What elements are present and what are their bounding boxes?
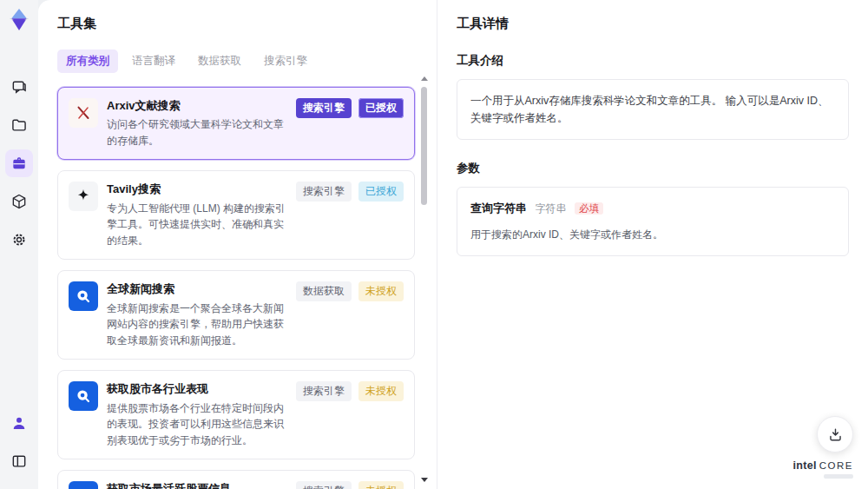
detail-title: 工具详情 bbox=[457, 16, 849, 32]
tool-category-tag: 数据获取 bbox=[296, 281, 352, 301]
tool-auth-badge: 未授权 bbox=[358, 481, 404, 489]
tool-card[interactable]: Tavily搜索 专为人工智能代理 (LLM) 构建的搜索引擎工具。可快速提供实… bbox=[57, 170, 415, 260]
scrollbar-thumb[interactable] bbox=[421, 87, 427, 205]
download-button[interactable] bbox=[817, 416, 853, 453]
tab-3[interactable]: 数据获取 bbox=[189, 50, 250, 73]
intel-logo-word: intel bbox=[793, 459, 817, 472]
sidebar-item-files[interactable] bbox=[5, 111, 33, 139]
tool-description: 访问各个研究领域大量科学论文和文章的存储库。 bbox=[107, 116, 287, 149]
param-required-badge: 必填 bbox=[575, 202, 603, 215]
tool-card-list: Arxiv文献搜索 访问各个研究领域大量科学论文和文章的存储库。 搜索引擎 已授… bbox=[57, 87, 415, 489]
tool-category-tag: 搜索引擎 bbox=[296, 381, 352, 401]
tool-name: 获取股市各行业表现 bbox=[107, 381, 287, 397]
tool-category-tag: 搜索引擎 bbox=[296, 182, 352, 202]
left-rail bbox=[0, 0, 38, 489]
scroll-down-arrow-icon[interactable] bbox=[421, 478, 428, 482]
cube-icon bbox=[10, 193, 28, 210]
param-name: 查询字符串 bbox=[470, 202, 527, 215]
intro-heading: 工具介绍 bbox=[457, 53, 849, 69]
tool-card[interactable]: 获取市场最活跃股票信息 提供当天交易量最高的股票列表。投资者可以利用这些信息来识… bbox=[57, 470, 415, 489]
tool-auth-badge: 已授权 bbox=[358, 98, 404, 118]
scroll-up-arrow-icon[interactable] bbox=[421, 76, 428, 81]
scrollbar[interactable] bbox=[420, 76, 428, 482]
intro-text: 一个用于从Arxiv存储库搜索科学论文和文章的工具。 输入可以是Arxiv ID… bbox=[470, 95, 829, 124]
tool-icon bbox=[69, 98, 98, 128]
folder-icon bbox=[10, 116, 28, 134]
sidebar-item-collapse[interactable] bbox=[5, 447, 33, 475]
sidebar-item-chat[interactable] bbox=[5, 73, 33, 101]
tab-2[interactable]: 语言翻译 bbox=[123, 50, 184, 73]
toolbox-icon bbox=[10, 155, 28, 172]
tool-auth-badge: 未授权 bbox=[358, 281, 404, 301]
params-heading: 参数 bbox=[457, 161, 849, 176]
gem-logo-icon[interactable] bbox=[6, 7, 32, 33]
tool-auth-badge: 未授权 bbox=[358, 381, 404, 401]
category-tabs: 所有类别语言翻译数据获取搜索引擎 bbox=[57, 50, 437, 73]
news-search-logo-icon bbox=[74, 387, 93, 406]
tool-name: 全球新闻搜索 bbox=[107, 281, 287, 297]
tool-card[interactable]: 全球新闻搜索 全球新闻搜索是一个聚合全球各大新闻网站内容的搜索引擎，帮助用户快速… bbox=[57, 270, 415, 360]
tool-name: 获取市场最活跃股票信息 bbox=[107, 481, 287, 489]
tool-icon bbox=[69, 182, 98, 211]
tool-list-panel: 工具集 所有类别语言翻译数据获取搜索引擎 Arxiv文献搜索 访问各个研究领域大… bbox=[38, 0, 437, 489]
tool-icon bbox=[69, 481, 98, 489]
user-icon bbox=[10, 414, 28, 432]
tool-auth-badge: 已授权 bbox=[358, 182, 404, 202]
param-description: 用于搜索的Arxiv ID、关键字或作者姓名。 bbox=[470, 227, 835, 243]
sparkle-icon bbox=[74, 187, 93, 206]
sidebar-item-packages[interactable] bbox=[5, 188, 33, 215]
tool-description: 专为人工智能代理 (LLM) 构建的搜索引擎工具。可快速提供实时、准确和真实的结… bbox=[107, 201, 287, 249]
intel-core-logo: intelCORE bbox=[793, 459, 853, 479]
param-type: 字符串 bbox=[535, 202, 566, 215]
chat-icon bbox=[10, 78, 28, 96]
tool-card[interactable]: 获取股市各行业表现 提供股票市场各个行业在特定时间段内的表现。投资者可以利用这些… bbox=[57, 370, 415, 459]
tool-detail-panel: 工具详情 工具介绍 一个用于从Arxiv存储库搜索科学论文和文章的工具。 输入可… bbox=[437, 0, 868, 489]
page-title: 工具集 bbox=[57, 16, 437, 32]
tab-4[interactable]: 搜索引擎 bbox=[255, 50, 316, 73]
app-window: 工具集 所有类别语言翻译数据获取搜索引擎 Arxiv文献搜索 访问各个研究领域大… bbox=[0, 0, 868, 489]
tool-name: Arxiv文献搜索 bbox=[107, 98, 287, 114]
sidebar-item-tools[interactable] bbox=[5, 149, 33, 177]
core-logo-word: CORE bbox=[819, 460, 853, 471]
tool-description: 全球新闻搜索是一个聚合全球各大新闻网站内容的搜索引擎，帮助用户快速获取全球最新资… bbox=[107, 301, 287, 349]
tool-icon bbox=[69, 381, 98, 411]
intro-box: 一个用于从Arxiv存储库搜索科学论文和文章的工具。 输入可以是Arxiv ID… bbox=[457, 79, 849, 140]
panel-icon bbox=[10, 453, 28, 470]
tool-category-tag: 搜索引擎 bbox=[296, 481, 352, 489]
param-header: 查询字符串 字符串 必填 bbox=[470, 200, 835, 218]
gear-icon bbox=[10, 231, 28, 248]
tool-icon bbox=[69, 281, 98, 311]
tool-category-tag: 搜索引擎 bbox=[296, 98, 352, 118]
download-icon bbox=[827, 426, 844, 443]
sidebar-item-account[interactable] bbox=[5, 409, 33, 437]
arxiv-logo-icon bbox=[74, 103, 93, 122]
param-box: 查询字符串 字符串 必填 用于搜索的Arxiv ID、关键字或作者姓名。 bbox=[457, 187, 849, 256]
tool-card[interactable]: Arxiv文献搜索 访问各个研究领域大量科学论文和文章的存储库。 搜索引擎 已授… bbox=[57, 87, 415, 160]
tool-name: Tavily搜索 bbox=[107, 182, 287, 197]
sidebar-item-settings[interactable] bbox=[5, 226, 33, 254]
tool-description: 提供股票市场各个行业在特定时间段内的表现。投资者可以利用这些信息来识别表现优于或… bbox=[107, 400, 287, 449]
intel-logo-subline bbox=[824, 474, 853, 479]
tab-1[interactable]: 所有类别 bbox=[57, 50, 118, 73]
news-search-logo-icon bbox=[74, 287, 93, 306]
